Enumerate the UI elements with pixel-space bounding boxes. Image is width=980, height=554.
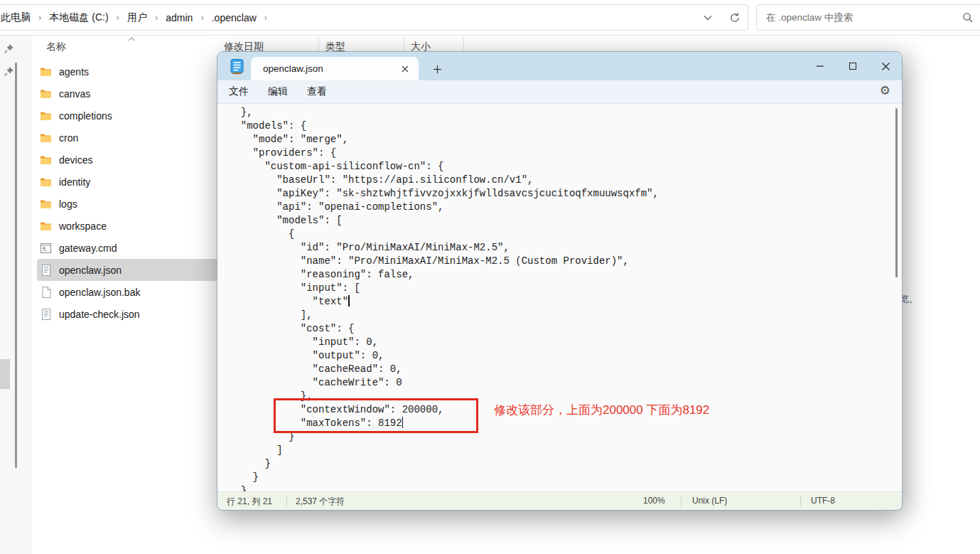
new-tab-button[interactable] [428, 60, 446, 78]
file-row-agents[interactable]: agents [37, 60, 223, 82]
minimize-button[interactable] [804, 52, 836, 80]
menu-item-1[interactable]: 编辑 [260, 82, 296, 102]
cmd-file-icon [40, 243, 52, 254]
tab-title: openclaw.json [251, 63, 396, 74]
sort-ascending-icon [128, 37, 135, 41]
breadcrumb-item[interactable]: 此电脑 [0, 9, 35, 27]
status-zoom: 100% [643, 496, 665, 506]
file-name-label: identity [59, 176, 90, 188]
breadcrumb-item[interactable]: 用户 [123, 9, 151, 27]
pin-icon[interactable] [4, 66, 14, 77]
folder-icon [40, 220, 52, 232]
text-editor[interactable]: }, "models": { "mode": "merge", "provide… [217, 104, 902, 493]
nav-pane-scrollbar[interactable] [15, 63, 17, 468]
breadcrumb-item[interactable]: 本地磁盘 (C:) [45, 9, 112, 27]
code-line: "custom-api-siliconflow-cn": { [229, 160, 659, 174]
code-line: "reasoning": false, [229, 268, 659, 282]
pin-icon[interactable] [4, 43, 14, 54]
code-line: "cacheWrite": 0 [229, 376, 659, 390]
breadcrumb-separator: › [197, 12, 207, 23]
file-name-label: cron [59, 132, 78, 144]
chevron-down-icon[interactable] [704, 15, 712, 21]
status-divider [286, 496, 287, 506]
code-line: "api": "openai-completions", [229, 201, 659, 214]
file-row-openclaw.json.bak[interactable]: openclaw.json.bak [37, 281, 223, 303]
code-line: } [229, 457, 659, 471]
notepad-titlebar[interactable]: openclaw.json [217, 52, 902, 80]
folder-icon [40, 66, 52, 78]
folder-icon [40, 132, 52, 144]
file-name-label: agents [59, 66, 89, 78]
red-highlight-box [274, 398, 478, 433]
tab-openclaw-json[interactable]: openclaw.json [251, 57, 419, 80]
folder-icon [40, 88, 52, 100]
breadcrumb-separator: › [151, 12, 161, 23]
menu-item-0[interactable]: 文件 [221, 82, 257, 102]
status-line-ending: Unix (LF) [692, 496, 727, 506]
file-row-openclaw.json[interactable]: openclaw.json [37, 259, 223, 281]
code-line: }, [229, 106, 659, 119]
column-divider[interactable] [463, 38, 464, 50]
close-button[interactable] [869, 52, 902, 80]
explorer-toolbar: 此电脑›本地磁盘 (C:)›用户›admin›.openclaw› [0, 0, 980, 36]
file-row-identity[interactable]: identity [37, 171, 223, 193]
code-line: "baseUrl": "https://api.siliconflow.cn/v… [229, 174, 659, 187]
file-name-label: canvas [59, 88, 90, 100]
code-line: } [229, 471, 659, 484]
file-list: agentscanvascompletionscrondevicesidenti… [37, 60, 223, 325]
search-icon[interactable] [962, 12, 974, 23]
code-line: "providers": { [229, 147, 659, 160]
code-line: { [229, 228, 659, 241]
code-line: "models": { [229, 119, 659, 133]
file-row-logs[interactable]: logs [37, 193, 223, 215]
breadcrumb-item[interactable]: .openclaw [208, 9, 261, 26]
code-line: "input": [ [229, 282, 659, 295]
code-line: "text" [229, 295, 659, 309]
breadcrumb-item[interactable]: admin [161, 9, 197, 26]
file-row-cron[interactable]: cron [37, 127, 223, 149]
file-row-workspace[interactable]: workspace [37, 215, 223, 237]
file-row-gateway.cmd[interactable]: gateway.cmd [37, 237, 223, 259]
column-divider[interactable] [318, 38, 319, 50]
column-header-name[interactable]: 名称 [46, 41, 66, 56]
refresh-icon[interactable] [729, 12, 741, 23]
file-row-update-check.json[interactable]: update-check.json [37, 303, 223, 325]
notepad-app-icon [230, 58, 244, 75]
search-input[interactable] [757, 5, 956, 30]
notepad-window: openclaw.json 文件编辑查看 ⚙ [217, 51, 903, 511]
document-icon [40, 265, 52, 276]
column-divider[interactable] [404, 38, 404, 50]
notepad-menubar: 文件编辑查看 [217, 80, 902, 104]
code-line: "models": [ [229, 214, 659, 228]
file-name-label: workspace [59, 220, 107, 232]
address-bar[interactable]: 此电脑›本地磁盘 (C:)›用户›admin›.openclaw› [0, 4, 748, 31]
file-name-label: completions [59, 110, 112, 122]
status-divider [800, 496, 801, 506]
folder-icon [40, 176, 52, 188]
maximize-button[interactable] [836, 52, 869, 80]
file-row-canvas[interactable]: canvas [37, 82, 223, 105]
status-encoding: UTF-8 [811, 496, 835, 506]
status-divider [681, 496, 682, 506]
search-box [756, 4, 980, 31]
left-edge-scrollbar[interactable] [0, 359, 10, 389]
breadcrumb-separator: › [261, 12, 271, 23]
blank-file-icon [40, 287, 52, 298]
folder-icon [40, 110, 52, 122]
file-name-label: gateway.cmd [59, 243, 117, 254]
menu-item-2[interactable]: 查看 [299, 82, 335, 102]
folder-icon [40, 198, 52, 210]
json-content: }, "models": { "mode": "merge", "provide… [229, 106, 659, 493]
file-name-label: devices [59, 154, 92, 166]
gear-icon[interactable]: ⚙ [880, 85, 890, 97]
status-line-col: 行 21, 列 21 [227, 496, 272, 508]
code-line: "input": 0, [229, 336, 659, 349]
file-row-devices[interactable]: devices [37, 149, 223, 171]
file-name-label: openclaw.json.bak [59, 287, 140, 298]
status-char-count: 2,537 个字符 [296, 496, 345, 508]
file-row-completions[interactable]: completions [37, 105, 223, 127]
breadcrumb-separator: › [113, 12, 123, 23]
editor-scrollbar[interactable] [895, 108, 898, 277]
nav-pane [0, 36, 32, 554]
tab-close-icon[interactable] [396, 60, 414, 78]
